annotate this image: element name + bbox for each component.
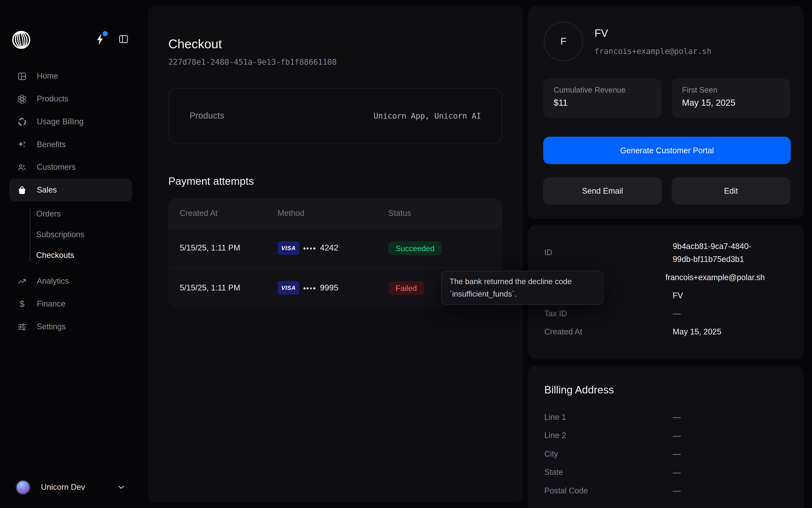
products-value: Unicorn App, Unicorn AI (373, 111, 481, 120)
sidebar-item-label: Sales (37, 185, 57, 195)
polar-logo-icon[interactable] (11, 30, 31, 50)
app-window: Home Products (0, 0, 812, 508)
billing-label: State (544, 467, 673, 477)
detail-value: 9b4acb81-9ca7-4840-99db-bf11b75ed3b1 (673, 240, 767, 265)
visa-badge-icon: VISA (278, 281, 299, 295)
billing-row-state: State — (544, 466, 787, 479)
column-header-status: Status (389, 208, 502, 218)
sub-item-label: Orders (36, 209, 61, 218)
decline-code-tooltip: The bank returned the decline code `insu… (441, 271, 604, 305)
detail-row-id: ID 9b4acb81-9ca7-4840-99db-bf11b75ed3b1 (544, 240, 787, 265)
billing-value: — (673, 411, 767, 423)
customer-avatar: F (544, 22, 583, 61)
sidebar-item-label: Home (37, 72, 58, 81)
sidebar-item-products[interactable]: Products (9, 87, 132, 110)
org-switcher[interactable]: Unicorn Dev (9, 476, 132, 499)
payment-attempts-title: Payment attempts (168, 175, 254, 187)
billing-rows: Line 1 — Line 2 — City — State — Postal … (528, 396, 804, 497)
sidebar-item-finance[interactable]: $ Finance (9, 293, 132, 315)
edit-button[interactable]: Edit (672, 177, 790, 205)
billing-row-line1: Line 1 — (544, 411, 787, 423)
stat-label: Cumulative Revenue (554, 85, 651, 94)
cell-created-at: 5/15/25, 1:11 PM (168, 283, 278, 293)
notification-dot (103, 31, 108, 36)
table-row: 5/15/25, 1:11 PM VISA 4242 Succeeded (168, 228, 502, 268)
detail-value: FV (673, 289, 767, 302)
sparkles-icon (17, 139, 27, 150)
billing-label: Line 1 (544, 413, 673, 422)
trending-up-icon (17, 276, 27, 286)
checkout-id: 227d78e1-2480-451a-9e13-fb1f88661108 (168, 57, 337, 67)
billing-value: — (673, 429, 767, 442)
stat-first-seen: First Seen May 15, 2025 (672, 79, 790, 118)
card-last4: 9995 (320, 283, 338, 293)
sidebar-item-usage-billing[interactable]: Usage Billing (9, 110, 132, 133)
visa-badge-icon: VISA (278, 241, 299, 255)
panels-icon (17, 71, 27, 81)
table-header: Created At Method Status (168, 198, 502, 228)
stat-label: First Seen (682, 85, 780, 94)
sidebar-item-label: Finance (37, 299, 65, 309)
sales-subnav: Orders Subscriptions Checkouts (30, 203, 132, 265)
dollar-icon: $ (17, 299, 27, 309)
products-row[interactable]: Products Unicorn App, Unicorn AI (168, 88, 502, 143)
sidebar-item-label: Customers (37, 163, 76, 172)
sub-item-label: Subscriptions (36, 230, 84, 239)
billing-address-title: Billing Address (528, 366, 804, 396)
billing-value: — (673, 484, 767, 497)
sidebar-item-label: Products (37, 94, 69, 103)
send-email-button[interactable]: Send Email (543, 177, 662, 205)
chevron-down-icon (117, 482, 126, 492)
generate-customer-portal-button[interactable]: Generate Customer Portal (543, 137, 791, 164)
sidebar-item-analytics[interactable]: Analytics (9, 270, 132, 293)
sidebar-item-benefits[interactable]: Benefits (9, 133, 132, 156)
sidebar-item-checkouts[interactable]: Checkouts (36, 245, 132, 265)
card-dots-icon (303, 248, 315, 249)
tune-icon (17, 322, 27, 332)
billing-row-city: City — (544, 447, 787, 460)
detail-value: francois+example@polar.sh (665, 271, 765, 284)
sidebar-nav: Home Products (9, 65, 132, 338)
stat-cumulative-revenue: Cumulative Revenue $11 (543, 79, 662, 118)
customer-card: F FV francois+example@polar.sh Cumulativ… (528, 6, 804, 219)
sidebar-item-label: Analytics (37, 277, 69, 286)
sidebar-item-label: Settings (37, 322, 66, 331)
org-name: Unicorn Dev (41, 482, 85, 492)
customer-email: francois+example@polar.sh (595, 46, 712, 56)
billing-address-card: Billing Address Line 1 — Line 2 — City —… (528, 366, 804, 508)
customer-stats: Cumulative Revenue $11 First Seen May 15… (543, 79, 790, 118)
sidebar-item-home[interactable]: Home (9, 65, 132, 87)
sidebar-item-label: Usage Billing (37, 117, 84, 126)
billing-label: Postal Code (544, 486, 673, 495)
cell-method: VISA 9995 (278, 281, 389, 295)
org-avatar (15, 480, 31, 495)
sidebar-item-label: Benefits (37, 140, 66, 149)
sidebar-header (11, 29, 138, 51)
detail-label: Tax ID (544, 309, 673, 318)
billing-label: City (544, 449, 673, 458)
sidebar-item-customers[interactable]: Customers (9, 156, 132, 179)
sidebar-item-subscriptions[interactable]: Subscriptions (36, 224, 132, 245)
detail-label: Created At (544, 327, 673, 336)
page-title: Checkout (168, 37, 222, 52)
sidebar-toggle-icon[interactable] (118, 34, 129, 44)
sub-item-label: Checkouts (36, 251, 74, 260)
sidebar: Home Products (0, 0, 148, 508)
stat-value: $11 (554, 98, 651, 108)
detail-value: May 15, 2025 (673, 325, 767, 338)
cell-status: Succeeded (389, 241, 502, 255)
products-label: Products (190, 111, 224, 121)
shopping-bag-icon (17, 185, 27, 195)
customer-name: FV (595, 27, 608, 39)
sidebar-item-settings[interactable]: Settings (9, 315, 132, 338)
detail-value: — (673, 307, 767, 320)
cell-method: VISA 4242 (278, 241, 389, 255)
column-header-method: Method (278, 208, 389, 218)
sidebar-item-orders[interactable]: Orders (36, 203, 132, 224)
people-icon (17, 162, 27, 172)
detail-row-tax-id: Tax ID — (544, 307, 787, 320)
status-badge: Failed (389, 281, 424, 295)
sidebar-item-sales[interactable]: Sales (9, 179, 132, 202)
billing-row-line2: Line 2 — (544, 429, 787, 442)
billing-value: — (673, 447, 767, 460)
